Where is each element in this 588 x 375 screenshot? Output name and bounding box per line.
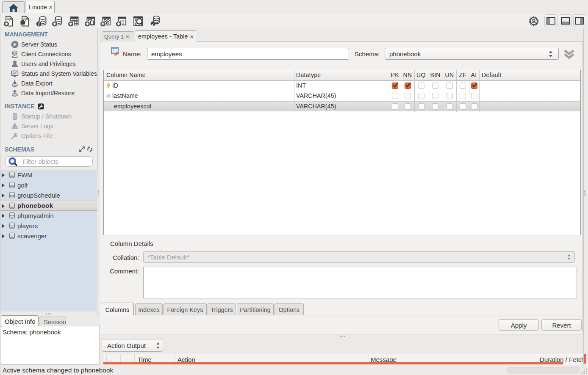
svg-text:SQL: SQL: [22, 17, 28, 21]
svg-text:SQL: SQL: [6, 17, 12, 21]
svg-text:(): (): [122, 19, 125, 25]
